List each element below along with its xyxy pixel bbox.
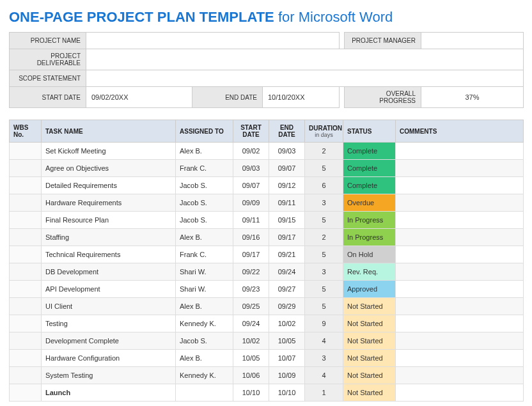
cell-status[interactable]: In Progress (343, 229, 396, 246)
cell-end[interactable]: 09/24 (269, 263, 305, 281)
cell-comments[interactable] (396, 367, 524, 384)
cell-comments[interactable] (396, 332, 524, 350)
cell-end[interactable]: 09/12 (269, 177, 305, 194)
cell-wbs[interactable] (10, 263, 42, 281)
cell-end[interactable]: 09/11 (269, 194, 305, 212)
cell-assigned[interactable]: Frank C. (176, 160, 233, 177)
cell-task[interactable]: Technical Requirements (42, 246, 176, 263)
cell-start[interactable]: 09/11 (233, 212, 269, 229)
cell-start[interactable]: 09/22 (233, 263, 269, 281)
cell-status[interactable]: Not Started (343, 332, 396, 350)
cell-wbs[interactable] (10, 246, 42, 263)
cell-wbs[interactable] (10, 229, 42, 246)
cell-duration[interactable]: 6 (305, 177, 343, 194)
cell-start[interactable]: 10/02 (233, 332, 269, 350)
cell-assigned[interactable]: Shari W. (176, 263, 233, 281)
cell-assigned[interactable]: Frank C. (176, 246, 233, 263)
cell-task[interactable]: Set Kickoff Meeting (42, 143, 176, 160)
start-date-value[interactable]: 09/02/20XX (86, 87, 192, 108)
cell-wbs[interactable] (10, 332, 42, 350)
cell-end[interactable]: 09/21 (269, 246, 305, 263)
cell-assigned[interactable]: Alex B. (176, 143, 233, 160)
cell-start[interactable]: 09/23 (233, 281, 269, 298)
cell-task[interactable]: Testing (42, 315, 176, 332)
cell-duration[interactable]: 1 (305, 384, 343, 402)
cell-task[interactable]: Final Resource Plan (42, 212, 176, 229)
cell-end[interactable]: 10/05 (269, 332, 305, 350)
cell-duration[interactable]: 5 (305, 160, 343, 177)
cell-end[interactable]: 10/02 (269, 315, 305, 332)
cell-start[interactable]: 09/24 (233, 315, 269, 332)
cell-end[interactable]: 10/07 (269, 350, 305, 367)
cell-end[interactable]: 10/10 (269, 384, 305, 402)
cell-status[interactable]: On Hold (343, 246, 396, 263)
cell-status[interactable]: Complete (343, 143, 396, 160)
deliverable-value[interactable] (86, 49, 524, 70)
cell-task[interactable]: API Development (42, 281, 176, 298)
cell-comments[interactable] (396, 315, 524, 332)
cell-duration[interactable]: 5 (305, 281, 343, 298)
cell-status[interactable]: Not Started (343, 384, 396, 402)
cell-wbs[interactable] (10, 350, 42, 367)
cell-start[interactable]: 10/10 (233, 384, 269, 402)
cell-assigned[interactable]: Alex B. (176, 229, 233, 246)
cell-assigned[interactable]: Jacob S. (176, 194, 233, 212)
cell-assigned[interactable]: Kennedy K. (176, 315, 233, 332)
cell-duration[interactable]: 9 (305, 315, 343, 332)
cell-start[interactable]: 09/03 (233, 160, 269, 177)
cell-start[interactable]: 09/02 (233, 143, 269, 160)
cell-start[interactable]: 09/09 (233, 194, 269, 212)
cell-comments[interactable] (396, 177, 524, 194)
cell-status[interactable]: Not Started (343, 350, 396, 367)
cell-comments[interactable] (396, 143, 524, 160)
cell-wbs[interactable] (10, 177, 42, 194)
cell-end[interactable]: 09/15 (269, 212, 305, 229)
cell-status[interactable]: Complete (343, 177, 396, 194)
cell-task[interactable]: UI Client (42, 298, 176, 315)
cell-comments[interactable] (396, 350, 524, 367)
project-name-value[interactable] (86, 33, 340, 49)
cell-task[interactable]: Staffing (42, 229, 176, 246)
cell-end[interactable]: 09/07 (269, 160, 305, 177)
cell-comments[interactable] (396, 212, 524, 229)
cell-comments[interactable] (396, 194, 524, 212)
cell-status[interactable]: Not Started (343, 298, 396, 315)
cell-comments[interactable] (396, 160, 524, 177)
cell-task[interactable]: Agree on Objectives (42, 160, 176, 177)
cell-task[interactable]: System Testing (42, 367, 176, 384)
cell-comments[interactable] (396, 229, 524, 246)
cell-comments[interactable] (396, 246, 524, 263)
cell-duration[interactable]: 5 (305, 246, 343, 263)
cell-end[interactable]: 09/17 (269, 229, 305, 246)
cell-comments[interactable] (396, 281, 524, 298)
scope-value[interactable] (86, 70, 524, 87)
cell-assigned[interactable]: Kennedy K. (176, 367, 233, 384)
cell-wbs[interactable] (10, 298, 42, 315)
cell-duration[interactable]: 5 (305, 212, 343, 229)
cell-wbs[interactable] (10, 160, 42, 177)
cell-wbs[interactable] (10, 281, 42, 298)
cell-start[interactable]: 09/25 (233, 298, 269, 315)
cell-start[interactable]: 09/07 (233, 177, 269, 194)
cell-comments[interactable] (396, 384, 524, 402)
cell-comments[interactable] (396, 298, 524, 315)
cell-duration[interactable]: 3 (305, 350, 343, 367)
cell-assigned[interactable]: Jacob S. (176, 332, 233, 350)
cell-wbs[interactable] (10, 194, 42, 212)
cell-wbs[interactable] (10, 315, 42, 332)
cell-start[interactable]: 10/05 (233, 350, 269, 367)
cell-duration[interactable]: 3 (305, 263, 343, 281)
cell-start[interactable]: 09/16 (233, 229, 269, 246)
cell-wbs[interactable] (10, 143, 42, 160)
cell-status[interactable]: Overdue (343, 194, 396, 212)
cell-assigned[interactable]: Jacob S. (176, 177, 233, 194)
cell-end[interactable]: 09/27 (269, 281, 305, 298)
cell-task[interactable]: Hardware Configuration (42, 350, 176, 367)
project-manager-value[interactable] (421, 33, 524, 49)
cell-task[interactable]: Development Complete (42, 332, 176, 350)
cell-duration[interactable]: 5 (305, 298, 343, 315)
cell-comments[interactable] (396, 263, 524, 281)
cell-duration[interactable]: 3 (305, 194, 343, 212)
cell-status[interactable]: Complete (343, 160, 396, 177)
cell-duration[interactable]: 4 (305, 367, 343, 384)
